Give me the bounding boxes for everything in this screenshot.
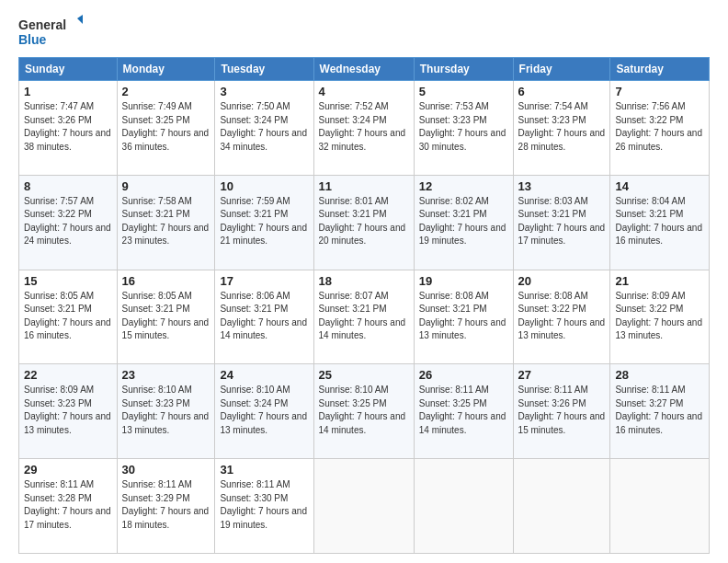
header: General Blue	[18, 15, 710, 48]
calendar-cell: 3 Sunrise: 7:50 AM Sunset: 3:24 PM Dayli…	[215, 81, 313, 176]
day-number: 19	[419, 274, 508, 288]
page: General Blue SundayMondayTuesdayWednesda…	[0, 0, 728, 563]
day-info: Sunrise: 8:04 AM Sunset: 3:21 PM Dayligh…	[615, 195, 704, 248]
calendar-cell: 8 Sunrise: 7:57 AM Sunset: 3:22 PM Dayli…	[19, 175, 118, 270]
calendar-header-friday: Friday	[513, 58, 610, 81]
day-number: 22	[24, 368, 112, 382]
calendar-cell	[313, 459, 414, 554]
day-info: Sunrise: 7:49 AM Sunset: 3:25 PM Dayligh…	[122, 100, 210, 154]
day-number: 29	[24, 463, 112, 477]
day-info: Sunrise: 8:10 AM Sunset: 3:25 PM Dayligh…	[319, 384, 409, 437]
calendar-cell: 23 Sunrise: 8:10 AM Sunset: 3:23 PM Dayl…	[117, 364, 215, 459]
calendar-cell: 25 Sunrise: 8:10 AM Sunset: 3:25 PM Dayl…	[313, 364, 414, 459]
calendar-week-row: 29 Sunrise: 8:11 AM Sunset: 3:28 PM Dayl…	[19, 459, 710, 554]
day-info: Sunrise: 8:11 AM Sunset: 3:30 PM Dayligh…	[220, 478, 308, 532]
calendar-header-monday: Monday	[117, 58, 215, 81]
calendar-week-row: 15 Sunrise: 8:05 AM Sunset: 3:21 PM Dayl…	[19, 270, 710, 364]
day-number: 10	[220, 179, 308, 193]
calendar-header-row: SundayMondayTuesdayWednesdayThursdayFrid…	[19, 58, 710, 81]
day-number: 30	[122, 463, 210, 477]
calendar-cell	[610, 459, 710, 554]
calendar-cell: 24 Sunrise: 8:10 AM Sunset: 3:24 PM Dayl…	[215, 364, 313, 459]
day-info: Sunrise: 8:03 AM Sunset: 3:21 PM Dayligh…	[518, 195, 606, 248]
calendar-cell: 10 Sunrise: 7:59 AM Sunset: 3:21 PM Dayl…	[215, 175, 313, 270]
calendar-cell: 18 Sunrise: 8:07 AM Sunset: 3:21 PM Dayl…	[313, 270, 414, 364]
calendar-cell: 1 Sunrise: 7:47 AM Sunset: 3:26 PM Dayli…	[19, 81, 118, 176]
calendar-cell: 28 Sunrise: 8:11 AM Sunset: 3:27 PM Dayl…	[610, 364, 710, 459]
day-number: 8	[24, 179, 112, 193]
day-number: 13	[518, 179, 606, 193]
svg-text:General: General	[18, 17, 66, 32]
day-number: 15	[24, 274, 112, 288]
calendar-cell: 14 Sunrise: 8:04 AM Sunset: 3:21 PM Dayl…	[610, 175, 710, 270]
calendar-header-thursday: Thursday	[414, 58, 513, 81]
day-info: Sunrise: 7:47 AM Sunset: 3:26 PM Dayligh…	[24, 100, 112, 154]
day-info: Sunrise: 8:11 AM Sunset: 3:29 PM Dayligh…	[122, 478, 210, 532]
day-info: Sunrise: 7:53 AM Sunset: 3:23 PM Dayligh…	[419, 100, 508, 154]
calendar-cell: 20 Sunrise: 8:08 AM Sunset: 3:22 PM Dayl…	[513, 270, 610, 364]
calendar-cell: 2 Sunrise: 7:49 AM Sunset: 3:25 PM Dayli…	[117, 81, 215, 176]
general-blue-logo-icon: General Blue	[18, 15, 83, 48]
day-info: Sunrise: 8:06 AM Sunset: 3:21 PM Dayligh…	[220, 290, 308, 343]
day-number: 31	[220, 463, 308, 477]
calendar-cell: 17 Sunrise: 8:06 AM Sunset: 3:21 PM Dayl…	[215, 270, 313, 364]
day-info: Sunrise: 7:50 AM Sunset: 3:24 PM Dayligh…	[220, 100, 308, 154]
day-number: 25	[319, 368, 409, 382]
calendar-cell: 7 Sunrise: 7:56 AM Sunset: 3:22 PM Dayli…	[610, 81, 710, 176]
day-info: Sunrise: 8:11 AM Sunset: 3:27 PM Dayligh…	[615, 384, 704, 437]
day-number: 11	[319, 179, 409, 193]
calendar-cell: 6 Sunrise: 7:54 AM Sunset: 3:23 PM Dayli…	[513, 81, 610, 176]
calendar-header-sunday: Sunday	[19, 58, 118, 81]
day-info: Sunrise: 8:11 AM Sunset: 3:25 PM Dayligh…	[419, 384, 508, 437]
calendar-week-row: 22 Sunrise: 8:09 AM Sunset: 3:23 PM Dayl…	[19, 364, 710, 459]
day-number: 26	[419, 368, 508, 382]
day-number: 16	[122, 274, 210, 288]
day-number: 27	[518, 368, 606, 382]
day-number: 6	[518, 85, 606, 98]
day-number: 21	[615, 274, 704, 288]
day-number: 5	[419, 85, 508, 98]
day-info: Sunrise: 7:54 AM Sunset: 3:23 PM Dayligh…	[518, 100, 606, 154]
day-info: Sunrise: 8:10 AM Sunset: 3:23 PM Dayligh…	[122, 384, 210, 437]
day-info: Sunrise: 8:05 AM Sunset: 3:21 PM Dayligh…	[24, 290, 112, 343]
svg-text:Blue: Blue	[18, 32, 47, 47]
day-number: 2	[122, 85, 210, 98]
day-info: Sunrise: 8:08 AM Sunset: 3:22 PM Dayligh…	[518, 290, 606, 343]
day-info: Sunrise: 7:58 AM Sunset: 3:21 PM Dayligh…	[122, 195, 210, 248]
day-info: Sunrise: 8:11 AM Sunset: 3:28 PM Dayligh…	[24, 478, 112, 532]
day-info: Sunrise: 8:05 AM Sunset: 3:21 PM Dayligh…	[122, 290, 210, 343]
logo: General Blue	[18, 15, 83, 48]
day-number: 23	[122, 368, 210, 382]
calendar-header-wednesday: Wednesday	[313, 58, 414, 81]
svg-marker-2	[77, 15, 83, 24]
calendar-cell: 26 Sunrise: 8:11 AM Sunset: 3:25 PM Dayl…	[414, 364, 513, 459]
day-number: 7	[615, 85, 704, 98]
day-info: Sunrise: 8:08 AM Sunset: 3:21 PM Dayligh…	[419, 290, 508, 343]
calendar-cell: 19 Sunrise: 8:08 AM Sunset: 3:21 PM Dayl…	[414, 270, 513, 364]
calendar-cell: 11 Sunrise: 8:01 AM Sunset: 3:21 PM Dayl…	[313, 175, 414, 270]
calendar-cell: 9 Sunrise: 7:58 AM Sunset: 3:21 PM Dayli…	[117, 175, 215, 270]
calendar-table: SundayMondayTuesdayWednesdayThursdayFrid…	[18, 57, 710, 554]
day-info: Sunrise: 8:07 AM Sunset: 3:21 PM Dayligh…	[319, 290, 409, 343]
calendar-cell: 15 Sunrise: 8:05 AM Sunset: 3:21 PM Dayl…	[19, 270, 118, 364]
day-info: Sunrise: 8:01 AM Sunset: 3:21 PM Dayligh…	[319, 195, 409, 248]
calendar-cell	[513, 459, 610, 554]
calendar-cell: 29 Sunrise: 8:11 AM Sunset: 3:28 PM Dayl…	[19, 459, 118, 554]
calendar-cell: 21 Sunrise: 8:09 AM Sunset: 3:22 PM Dayl…	[610, 270, 710, 364]
day-number: 14	[615, 179, 704, 193]
day-info: Sunrise: 7:56 AM Sunset: 3:22 PM Dayligh…	[615, 100, 704, 154]
calendar-cell: 4 Sunrise: 7:52 AM Sunset: 3:24 PM Dayli…	[313, 81, 414, 176]
day-number: 18	[319, 274, 409, 288]
calendar-cell: 27 Sunrise: 8:11 AM Sunset: 3:26 PM Dayl…	[513, 364, 610, 459]
day-info: Sunrise: 8:11 AM Sunset: 3:26 PM Dayligh…	[518, 384, 606, 437]
calendar-header-saturday: Saturday	[610, 58, 710, 81]
day-info: Sunrise: 7:59 AM Sunset: 3:21 PM Dayligh…	[220, 195, 308, 248]
calendar-cell: 12 Sunrise: 8:02 AM Sunset: 3:21 PM Dayl…	[414, 175, 513, 270]
calendar-cell: 13 Sunrise: 8:03 AM Sunset: 3:21 PM Dayl…	[513, 175, 610, 270]
day-number: 3	[220, 85, 308, 98]
day-number: 20	[518, 274, 606, 288]
calendar-header-tuesday: Tuesday	[215, 58, 313, 81]
calendar-cell: 16 Sunrise: 8:05 AM Sunset: 3:21 PM Dayl…	[117, 270, 215, 364]
day-number: 28	[615, 368, 704, 382]
day-info: Sunrise: 8:10 AM Sunset: 3:24 PM Dayligh…	[220, 384, 308, 437]
